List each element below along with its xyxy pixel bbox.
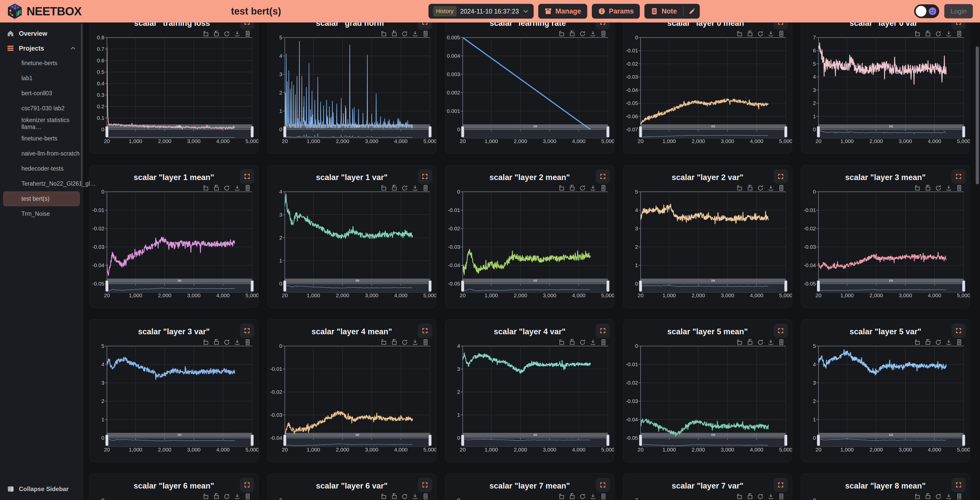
sidebar-projects-header[interactable]: Projects (0, 41, 83, 56)
zoom-reset-icon[interactable] (746, 30, 753, 37)
sidebar-project-item[interactable]: lab1 (3, 71, 80, 86)
fullscreen-button[interactable] (418, 324, 432, 338)
zoom-reset-icon[interactable] (924, 339, 931, 346)
datazoom-handle[interactable] (784, 435, 788, 446)
zoom-select-icon[interactable] (558, 185, 565, 192)
datazoom-handle[interactable] (817, 280, 820, 292)
zoom-reset-icon[interactable] (391, 185, 398, 192)
restore-icon[interactable] (401, 30, 408, 37)
restore-icon[interactable] (401, 185, 408, 192)
datazoom-handle[interactable] (283, 126, 286, 137)
datazoom-handle[interactable] (784, 280, 788, 292)
datazoom-handle[interactable] (251, 126, 254, 137)
zoom-select-icon[interactable] (202, 493, 209, 500)
save-image-icon[interactable] (234, 493, 241, 500)
zoom-reset-icon[interactable] (924, 30, 931, 37)
sidebar-project-item[interactable]: finetune-berts (3, 131, 80, 146)
save-image-icon[interactable] (945, 493, 952, 500)
restore-icon[interactable] (579, 339, 586, 346)
fullscreen-button[interactable] (951, 324, 966, 338)
zoom-reset-icon[interactable] (746, 339, 753, 346)
restore-icon[interactable] (223, 185, 230, 192)
zoom-reset-icon[interactable] (213, 30, 220, 37)
datazoom-handle[interactable] (428, 126, 431, 137)
data-view-icon[interactable] (600, 30, 607, 37)
datazoom-handle[interactable] (962, 435, 965, 446)
data-view-icon[interactable] (422, 30, 429, 37)
restore-icon[interactable] (223, 493, 230, 500)
restore-icon[interactable] (401, 493, 408, 500)
datazoom-handle[interactable] (461, 126, 464, 137)
data-view-icon[interactable] (600, 185, 607, 192)
sidebar-project-item[interactable]: test bert(s) (3, 191, 80, 206)
zoom-reset-icon[interactable] (924, 493, 931, 500)
fullscreen-button[interactable] (596, 324, 610, 338)
restore-icon[interactable] (401, 339, 408, 346)
save-image-icon[interactable] (234, 339, 241, 346)
sidebar-project-item[interactable]: hedecoder-tests (3, 161, 80, 176)
data-view-icon[interactable] (422, 493, 429, 500)
data-view-icon[interactable] (244, 185, 251, 192)
datazoom-handle[interactable] (639, 126, 642, 137)
save-image-icon[interactable] (590, 339, 597, 346)
datazoom-handle[interactable] (606, 280, 609, 292)
save-image-icon[interactable] (412, 185, 418, 192)
zoom-select-icon[interactable] (202, 30, 209, 37)
fullscreen-button[interactable] (418, 169, 432, 184)
sidebar-item-overview[interactable]: Overview (0, 26, 83, 41)
save-image-icon[interactable] (234, 185, 241, 192)
restore-icon[interactable] (757, 493, 764, 500)
fullscreen-button[interactable] (951, 478, 966, 492)
fullscreen-button[interactable] (596, 169, 610, 184)
datazoom-handle[interactable] (461, 280, 464, 292)
datazoom-handle[interactable] (105, 435, 108, 446)
sidebar-scrollbar[interactable] (81, 24, 83, 187)
datazoom-handle[interactable] (639, 280, 642, 292)
params-button[interactable]: Params (592, 4, 640, 19)
zoom-select-icon[interactable] (736, 339, 743, 346)
save-image-icon[interactable] (590, 185, 597, 192)
datazoom-handle[interactable] (283, 280, 286, 292)
datazoom-handle[interactable] (606, 435, 609, 446)
zoom-reset-icon[interactable] (746, 185, 753, 192)
sidebar-project-item[interactable]: csc791-030 lab2 (3, 101, 80, 116)
save-image-icon[interactable] (412, 30, 418, 37)
zoom-reset-icon[interactable] (213, 185, 220, 192)
data-view-icon[interactable] (778, 339, 785, 346)
save-image-icon[interactable] (590, 30, 597, 37)
datazoom-handle[interactable] (461, 435, 464, 446)
datazoom-handle[interactable] (251, 435, 254, 446)
zoom-reset-icon[interactable] (569, 185, 576, 192)
zoom-select-icon[interactable] (202, 185, 209, 192)
restore-icon[interactable] (579, 185, 586, 192)
data-view-icon[interactable] (956, 493, 963, 500)
zoom-select-icon[interactable] (914, 30, 921, 37)
edit-button[interactable] (683, 4, 700, 19)
save-image-icon[interactable] (412, 493, 418, 500)
fullscreen-button[interactable] (773, 324, 788, 338)
collapse-sidebar-button[interactable]: Collapse Sidebar (0, 482, 83, 497)
restore-icon[interactable] (223, 339, 230, 346)
restore-icon[interactable] (757, 339, 764, 346)
zoom-select-icon[interactable] (380, 30, 387, 37)
sidebar-project-item[interactable]: bert-conll03 (3, 86, 80, 101)
fullscreen-button[interactable] (773, 169, 788, 184)
save-image-icon[interactable] (767, 185, 774, 192)
zoom-select-icon[interactable] (736, 185, 743, 192)
data-view-icon[interactable] (600, 493, 607, 500)
zoom-reset-icon[interactable] (213, 493, 220, 500)
fullscreen-button[interactable] (773, 478, 788, 492)
zoom-select-icon[interactable] (558, 30, 565, 37)
zoom-select-icon[interactable] (380, 185, 387, 192)
fullscreen-button[interactable] (240, 324, 254, 338)
theme-toggle[interactable] (914, 4, 939, 18)
zoom-select-icon[interactable] (914, 339, 921, 346)
zoom-select-icon[interactable] (558, 493, 565, 500)
data-view-icon[interactable] (778, 493, 785, 500)
datazoom-handle[interactable] (639, 435, 642, 446)
restore-icon[interactable] (935, 30, 942, 37)
data-view-icon[interactable] (244, 339, 251, 346)
datazoom-handle[interactable] (784, 126, 788, 137)
data-view-icon[interactable] (778, 30, 785, 37)
fullscreen-button[interactable] (240, 169, 254, 184)
